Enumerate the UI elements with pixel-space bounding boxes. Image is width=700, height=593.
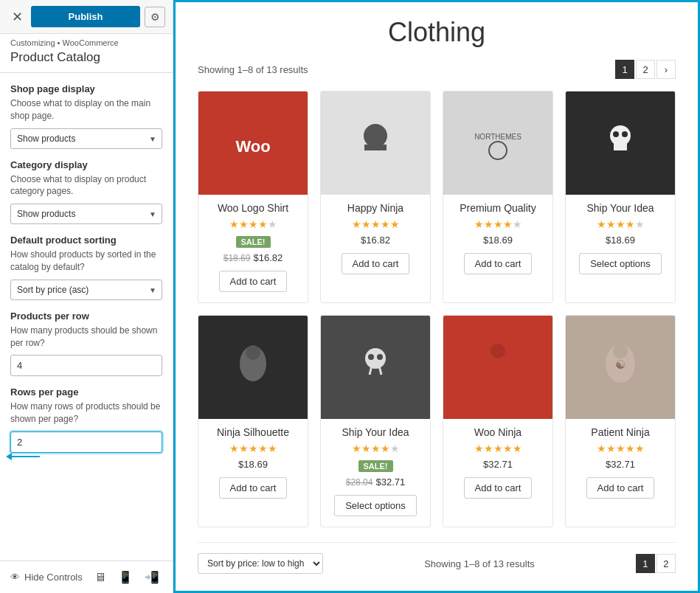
- product-card: Woo Ninja ★★★★★ $32.71 Add to cart: [443, 315, 553, 527]
- panel-title: Product Catalog: [0, 49, 173, 72]
- product-card: Ship Your Idea ★★★★★ $18.69 Select optio…: [565, 91, 676, 303]
- bottom-page-1-button[interactable]: 1: [636, 554, 655, 573]
- add-to-cart-button[interactable]: Add to cart: [464, 253, 533, 274]
- rows-per-page-desc: How many rows of products should be show…: [10, 400, 162, 426]
- product-card: Woo Woo Logo Shirt ★★★★★ SALE! $18.69$16…: [198, 91, 308, 303]
- product-stars: ★★★★★: [443, 218, 552, 230]
- eye-icon: 👁: [10, 572, 20, 583]
- svg-text:Woo: Woo: [235, 137, 270, 156]
- product-card: NORTHEMES Premium Quality ★★★★★ $18.69 A…: [443, 91, 553, 303]
- svg-text:☯: ☯: [615, 358, 626, 371]
- products-per-row-desc: How many products should be shown per ro…: [10, 325, 162, 350]
- svg-line-14: [379, 366, 381, 375]
- default-sorting-wrap: Sort by price (asc) Sort by price (desc)…: [10, 280, 162, 300]
- svg-text:NORTHEMES: NORTHEMES: [474, 133, 521, 141]
- select-options-button[interactable]: Select options: [579, 253, 662, 274]
- product-name: Patient Ninja: [566, 426, 675, 438]
- publish-button[interactable]: Publish: [31, 6, 140, 27]
- product-card: Ninja Silhouette ★★★★★ $18.69 Add to car…: [198, 315, 308, 527]
- mobile-icon[interactable]: 📲: [142, 569, 162, 586]
- svg-point-5: [489, 142, 507, 159]
- product-stars: ★★★★★: [198, 218, 308, 230]
- products-per-row-label: Products per row: [10, 311, 162, 322]
- svg-point-11: [246, 345, 260, 360]
- product-stars: ★★★★★: [566, 218, 675, 230]
- sidebar-footer: 👁 Hide Controls 🖥 📱 📲: [0, 561, 173, 593]
- product-card: Happy Ninja ★★★★★ $16.82 Add to cart: [320, 91, 431, 303]
- product-image: Woo: [198, 91, 308, 195]
- add-to-cart-button[interactable]: Add to cart: [342, 253, 410, 274]
- bottom-page-2-button[interactable]: 2: [656, 554, 676, 573]
- default-sorting-select[interactable]: Sort by price (asc) Sort by price (desc)…: [10, 280, 162, 300]
- select-options-button[interactable]: Select options: [334, 495, 417, 516]
- product-price: $28.04$32.71: [321, 476, 430, 488]
- page-2-button[interactable]: 2: [636, 60, 655, 79]
- add-to-cart-button[interactable]: Add to cart: [219, 477, 288, 499]
- hide-controls-label: Hide Controls: [24, 572, 83, 583]
- default-sorting-label: Default product sorting: [10, 235, 162, 246]
- desktop-icon[interactable]: 🖥: [91, 569, 109, 586]
- breadcrumb-separator: •: [58, 38, 63, 47]
- svg-rect-3: [364, 145, 387, 150]
- product-name: Ship Your Idea: [566, 202, 675, 214]
- pagination-top: 1 2 ›: [615, 60, 676, 79]
- product-name: Premium Quality: [443, 202, 552, 214]
- product-price: $18.69$16.82: [198, 252, 308, 263]
- product-image: [566, 91, 675, 195]
- pagination-bottom: 1 2: [636, 554, 676, 573]
- category-display-label: Category display: [10, 159, 162, 170]
- bottom-results: Showing 1–8 of 13 results: [424, 558, 535, 569]
- settings-button[interactable]: ⚙: [145, 7, 165, 27]
- product-image: NORTHEMES: [443, 91, 552, 195]
- add-to-cart-button[interactable]: Add to cart: [464, 477, 533, 499]
- sort-select[interactable]: Sort by price: low to high Sort by popul…: [198, 553, 323, 574]
- category-display-select[interactable]: Show products Show categories Show both: [10, 204, 162, 224]
- svg-point-6: [610, 125, 631, 146]
- breadcrumb-section: WooCommerce: [63, 38, 119, 47]
- results-count: Showing 1–8 of 13 results: [198, 64, 308, 75]
- svg-rect-7: [614, 143, 627, 150]
- shop-page-display-desc: Choose what to display on the main shop …: [10, 97, 162, 122]
- svg-point-12: [365, 348, 386, 369]
- product-name: Woo Ninja: [443, 426, 552, 438]
- product-stars: ★★★★★: [198, 443, 308, 454]
- products-grid: Woo Woo Logo Shirt ★★★★★ SALE! $18.69$16…: [198, 91, 676, 527]
- category-display-desc: Choose what to display on product catego…: [10, 173, 162, 198]
- svg-point-8: [613, 131, 619, 137]
- product-price: $32.71: [566, 459, 675, 470]
- product-price: $32.71: [443, 459, 552, 470]
- default-sorting-desc: How should products by sorted in the cat…: [10, 249, 162, 274]
- product-price: $18.69: [198, 459, 308, 470]
- sale-badge: SALE!: [236, 236, 271, 248]
- products-per-row-input[interactable]: [10, 355, 162, 376]
- product-price: $16.82: [321, 235, 430, 246]
- svg-line-13: [370, 366, 372, 375]
- rows-per-page-input[interactable]: [10, 431, 162, 453]
- product-name: Ninja Silhouette: [198, 426, 308, 438]
- arrow-indicator: [10, 456, 162, 457]
- footer-icons: 🖥 📱 📲: [91, 569, 162, 586]
- product-price: $18.69: [566, 235, 675, 246]
- tablet-icon[interactable]: 📱: [115, 569, 136, 586]
- sidebar: ✕ Publish ⚙ Customizing • WooCommerce Pr…: [0, 0, 173, 593]
- add-to-cart-button[interactable]: Add to cart: [219, 271, 288, 292]
- product-name: Woo Logo Shirt: [198, 202, 308, 214]
- product-stars: ★★★★★: [321, 218, 430, 230]
- bottom-bar: Sort by price: low to high Sort by popul…: [198, 542, 676, 574]
- svg-point-2: [364, 124, 387, 148]
- add-to-cart-button[interactable]: Add to cart: [586, 477, 655, 499]
- product-image: [321, 316, 430, 419]
- shop-page-display-wrap: Show products Show categories Show both …: [10, 128, 162, 149]
- breadcrumb-parent[interactable]: Customizing: [10, 38, 55, 47]
- shop-page-display-select[interactable]: Show products Show categories Show both: [10, 128, 162, 149]
- publish-bar: ✕ Publish ⚙: [0, 0, 173, 34]
- page-next-button[interactable]: ›: [656, 60, 676, 79]
- product-card: Ship Your Idea ★★★★★ SALE! $28.04$32.71 …: [320, 315, 431, 527]
- page-1-button[interactable]: 1: [615, 60, 634, 79]
- results-bar: Showing 1–8 of 13 results 1 2 ›: [198, 60, 676, 79]
- page-title: Clothing: [198, 17, 676, 48]
- product-image: [321, 91, 430, 195]
- hide-controls-button[interactable]: 👁 Hide Controls: [10, 572, 83, 583]
- close-button[interactable]: ✕: [7, 7, 27, 27]
- svg-point-20: [613, 344, 628, 358]
